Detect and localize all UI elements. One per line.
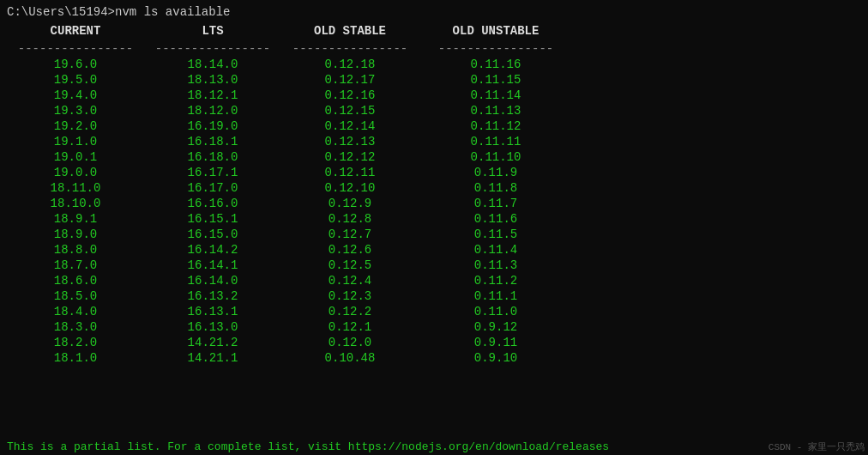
table-cell: 19.6.0 [7, 58, 144, 71]
table-row: 18.5.016.13.20.12.30.11.1 [7, 288, 861, 304]
table-header: CURRENT LTS OLD STABLE OLD UNSTABLE [7, 21, 861, 41]
watermark: CSDN - 家里一只禿鸡 [765, 439, 868, 455]
col-lts: LTS [144, 24, 281, 38]
table-row: 18.7.016.14.10.12.50.11.3 [7, 258, 861, 273]
table-cell: 19.5.0 [7, 73, 144, 87]
table-cell: 18.6.0 [7, 274, 144, 288]
divider-3: ---------------- [281, 42, 419, 56]
table-cell: 14.21.2 [144, 336, 281, 349]
table-cell: 16.14.0 [144, 274, 281, 288]
table-cell: 18.8.0 [7, 243, 144, 257]
table-cell: 0.11.2 [419, 274, 573, 288]
table-row: 19.1.016.18.10.12.130.11.11 [7, 134, 861, 149]
table-cell: 14.21.1 [144, 351, 281, 365]
table-cell: 18.10.0 [7, 197, 144, 210]
table-cell: 0.12.4 [281, 274, 419, 288]
table-cell: 16.17.1 [144, 166, 281, 179]
table-cell: 16.17.0 [144, 181, 281, 195]
table-cell: 0.11.8 [419, 181, 573, 195]
footer-line: This is a partial list. For a complete l… [0, 439, 868, 455]
table-cell: 0.11.0 [419, 305, 573, 318]
divider-2: ---------------- [144, 42, 281, 56]
divider-row: ---------------- ---------------- ------… [7, 41, 861, 57]
table-cell: 16.13.1 [144, 305, 281, 318]
table-cell: 0.11.3 [419, 258, 573, 272]
table-row: 19.0.116.18.00.12.120.11.10 [7, 149, 861, 165]
table-row: 18.2.014.21.20.12.00.9.11 [7, 335, 861, 350]
table-cell: 19.4.0 [7, 88, 144, 102]
table-cell: 18.13.0 [144, 73, 281, 87]
table-cell: 19.0.1 [7, 150, 144, 164]
col-old-unstable: OLD UNSTABLE [419, 24, 573, 38]
table-cell: 16.15.0 [144, 228, 281, 241]
table-cell: 0.11.9 [419, 166, 573, 179]
table-cell: 0.12.12 [281, 150, 419, 164]
table-cell: 0.12.5 [281, 258, 419, 272]
col-current: CURRENT [7, 24, 144, 38]
table-cell: 0.9.12 [419, 320, 573, 334]
table-cell: 0.12.11 [281, 166, 419, 179]
table-cell: 18.9.1 [7, 212, 144, 226]
table-cell: 16.13.0 [144, 320, 281, 334]
table-cell: 0.11.12 [419, 119, 573, 133]
table-row: 18.4.016.13.10.12.20.11.0 [7, 304, 861, 319]
table-cell: 19.2.0 [7, 119, 144, 133]
table-row: 18.9.116.15.10.12.80.11.6 [7, 211, 861, 227]
table-cell: 0.12.10 [281, 181, 419, 195]
table-cell: 0.11.6 [419, 212, 573, 226]
table-row: 19.5.018.13.00.12.170.11.15 [7, 72, 861, 88]
table-cell: 0.12.13 [281, 135, 419, 149]
table-cell: 0.11.16 [419, 58, 573, 71]
table-row: 19.0.016.17.10.12.110.11.9 [7, 165, 861, 180]
table-cell: 16.14.1 [144, 258, 281, 272]
table-cell: 0.12.15 [281, 104, 419, 118]
table-cell: 18.12.1 [144, 88, 281, 102]
divider-1: ---------------- [7, 42, 144, 56]
table-cell: 0.12.14 [281, 119, 419, 133]
table-cell: 0.12.8 [281, 212, 419, 226]
table-cell: 18.2.0 [7, 336, 144, 349]
table-row: 18.8.016.14.20.12.60.11.4 [7, 242, 861, 258]
prompt-line: C:\Users\15194>nvm ls available [0, 3, 868, 21]
table-cell: 0.11.14 [419, 88, 573, 102]
table-cell: 16.19.0 [144, 119, 281, 133]
table-cell: 18.3.0 [7, 320, 144, 334]
table-cell: 19.1.0 [7, 135, 144, 149]
table-cell: 0.12.18 [281, 58, 419, 71]
table-cell: 16.18.0 [144, 150, 281, 164]
table-cell: 18.14.0 [144, 58, 281, 71]
table-cell: 0.11.10 [419, 150, 573, 164]
table-cell: 0.12.16 [281, 88, 419, 102]
table-cell: 18.11.0 [7, 181, 144, 195]
table-cell: 0.11.15 [419, 73, 573, 87]
table-cell: 16.14.2 [144, 243, 281, 257]
table-cell: 0.11.11 [419, 135, 573, 149]
table-cell: 19.3.0 [7, 104, 144, 118]
table-cell: 18.9.0 [7, 228, 144, 241]
table-cell: 16.18.1 [144, 135, 281, 149]
table-row: 18.1.014.21.10.10.480.9.10 [7, 350, 861, 366]
table-cell: 0.12.2 [281, 305, 419, 318]
table-cell: 0.10.48 [281, 351, 419, 365]
table-cell: 16.16.0 [144, 197, 281, 210]
table-cell: 0.12.17 [281, 73, 419, 87]
table-cell: 0.12.3 [281, 289, 419, 303]
table-cell: 0.12.7 [281, 228, 419, 241]
table-row: 18.3.016.13.00.12.10.9.12 [7, 319, 861, 335]
table-body: 19.6.018.14.00.12.180.11.1619.5.018.13.0… [7, 57, 861, 366]
table-row: 19.2.016.19.00.12.140.11.12 [7, 118, 861, 134]
table-cell: 0.12.6 [281, 243, 419, 257]
table-cell: 0.11.4 [419, 243, 573, 257]
table-row: 18.10.016.16.00.12.90.11.7 [7, 196, 861, 211]
table-row: 19.3.018.12.00.12.150.11.13 [7, 103, 861, 118]
table-cell: 16.15.1 [144, 212, 281, 226]
terminal-window: C:\Users\15194>nvm ls available CURRENT … [0, 0, 868, 455]
table-row: 18.6.016.14.00.12.40.11.2 [7, 273, 861, 288]
table-cell: 0.11.7 [419, 197, 573, 210]
table-row: 19.6.018.14.00.12.180.11.16 [7, 57, 861, 72]
table-row: 19.4.018.12.10.12.160.11.14 [7, 88, 861, 103]
table-cell: 0.11.5 [419, 228, 573, 241]
col-old-stable: OLD STABLE [281, 24, 419, 38]
table-cell: 0.11.1 [419, 289, 573, 303]
table-cell: 0.12.1 [281, 320, 419, 334]
